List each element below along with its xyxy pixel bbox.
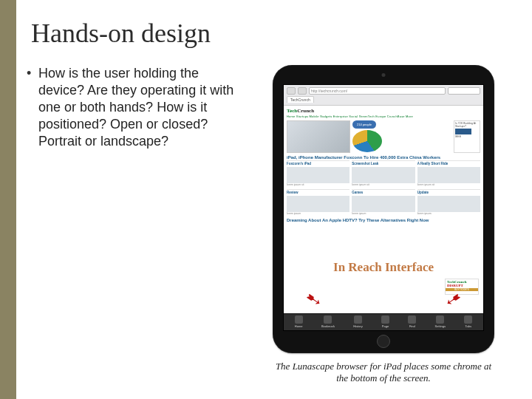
tab-row: TechCrunch [287, 96, 480, 103]
page-tool[interactable]: Page [381, 316, 389, 328]
tool-label: Home [295, 324, 303, 328]
url-input[interactable]: http://techcrunch.com/ [309, 87, 446, 95]
camera-icon [382, 73, 386, 77]
hero-section: 214 people Is Y2K Budding At Startups? I… [287, 120, 480, 153]
thumb-icon [417, 196, 480, 212]
body-row: How is the user holding the device? Are … [27, 65, 505, 383]
browser-top-chrome: http://techcrunch.com/ TechCrunch [284, 85, 483, 106]
tool-label: Tabs [466, 324, 471, 328]
article-card[interactable]: Updatelorem ipsum [417, 189, 480, 216]
figure-column: http://techcrunch.com/ TechCrunch TechCr… [262, 65, 505, 383]
gear-icon [436, 316, 444, 324]
home-button-icon[interactable] [377, 335, 390, 348]
pie-chart-icon [352, 130, 382, 152]
tool-label: Bookmark [321, 324, 335, 328]
article-card[interactable]: Screenshot Leaklorem ipsum sit [352, 160, 415, 187]
site-logo[interactable]: TechCrunch [287, 108, 480, 114]
hero-side: 214 people [352, 120, 382, 153]
browser-bottom-toolbar: Home Bookmark History Page Find Settings… [284, 313, 483, 330]
alt-headline[interactable]: Dreaming About An Apple HDTV? Try These … [287, 218, 480, 222]
article-card[interactable]: Foxconn's iPadlorem ipsum sit [287, 160, 349, 187]
thumb-icon [417, 167, 480, 183]
slide: Hands-on design How is the user holding … [0, 0, 532, 399]
article-card[interactable]: Gameslorem ipsum [352, 189, 415, 216]
thumb-icon [287, 167, 349, 183]
sidebar-ad[interactable]: Is Y2K Budding At Startups? IEEE [454, 120, 480, 153]
ieee-label: IEEE [455, 135, 479, 138]
tool-label: Find [409, 324, 415, 328]
thumb-icon [287, 196, 349, 212]
thumb-icon [352, 196, 415, 212]
site-nav[interactable]: Home Startups Mobile Gadgets Enterprise … [287, 115, 480, 118]
history-tool[interactable]: History [353, 316, 362, 328]
tabs-icon [464, 316, 472, 324]
hero-image[interactable] [287, 120, 350, 153]
bookmark-icon [324, 316, 332, 324]
bullet-list: How is the user holding the device? Are … [27, 65, 248, 150]
back-button[interactable] [287, 87, 296, 95]
page-icon [381, 316, 389, 324]
slide-title: Hands-on design [31, 18, 505, 49]
article-card[interactable]: Reviewlorem ipsum [287, 189, 349, 216]
home-tool[interactable]: Home [295, 316, 303, 328]
home-icon [295, 316, 303, 324]
overlay-label: In Reach Interface [333, 260, 434, 275]
settings-tool[interactable]: Settings [435, 316, 446, 328]
tool-label: Settings [435, 324, 446, 328]
ipad-device: http://techcrunch.com/ TechCrunch TechCr… [273, 65, 494, 353]
people-pill[interactable]: 214 people [352, 120, 376, 129]
sidebar-head: Is Y2K Budding At Startups? [455, 122, 479, 128]
figure-caption: The Lunascape browser for iPad places so… [273, 361, 494, 383]
bullet-item: How is the user holding the device? Are … [27, 65, 248, 150]
history-icon [354, 316, 362, 324]
ieee-logo [455, 129, 471, 134]
logo-tech: Tech [287, 108, 297, 114]
forward-button[interactable] [298, 87, 307, 95]
url-row: http://techcrunch.com/ [287, 87, 480, 95]
accent-bar [0, 0, 16, 399]
tool-label: History [353, 324, 362, 328]
find-tool[interactable]: Find [408, 316, 416, 328]
bookmark-tool[interactable]: Bookmark [321, 316, 335, 328]
article-grid: Foxconn's iPadlorem ipsum sit Screenshot… [287, 160, 480, 216]
article-card[interactable]: A Really Short Ridelorem ipsum sit [417, 160, 480, 187]
thumb-icon [352, 167, 415, 183]
find-icon [408, 316, 416, 324]
search-input[interactable] [448, 87, 480, 95]
logo-crunch: Crunch [297, 108, 314, 114]
ipad-screen: http://techcrunch.com/ TechCrunch TechCr… [283, 84, 484, 331]
browser-tab[interactable]: TechCrunch [287, 96, 314, 103]
tabs-tool[interactable]: Tabs [464, 316, 472, 328]
main-headline[interactable]: iPad, iPhone Manufacturer Foxconn To Hir… [287, 155, 480, 160]
tool-label: Page [382, 324, 389, 328]
